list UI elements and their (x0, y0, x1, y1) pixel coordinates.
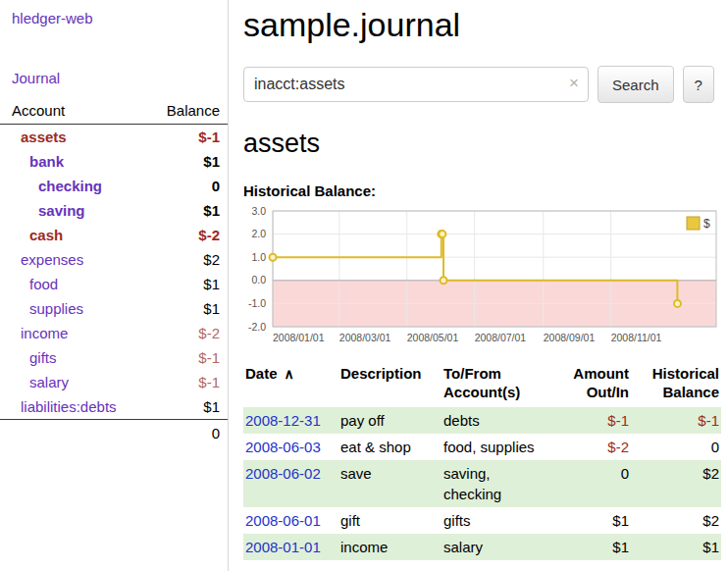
svg-text:1.0: 1.0 (251, 251, 266, 263)
account-balance: $-1 (198, 345, 220, 370)
svg-text:2008/09/01: 2008/09/01 (544, 332, 596, 343)
historical-balance-chart: 3.02.01.00.0-1.0-2.02008/01/012008/03/01… (243, 205, 721, 350)
search-input[interactable] (243, 67, 589, 102)
account-row: assets$-1 (0, 125, 228, 149)
transaction-description: income (338, 534, 442, 560)
account-row: liabilities:debts$1 (0, 394, 228, 419)
account-row: bank$1 (0, 149, 228, 174)
accounts-total-value: 0 (212, 423, 220, 444)
account-link[interactable]: bank (12, 149, 64, 174)
svg-text:-2.0: -2.0 (248, 321, 266, 333)
transaction-amount: $-1 (559, 407, 631, 434)
column-header-amount: Amount Out/In (559, 362, 631, 407)
account-row: expenses$2 (0, 247, 228, 272)
account-link[interactable]: saving (12, 198, 85, 223)
account-link[interactable]: salary (12, 370, 69, 394)
help-button[interactable]: ? (683, 66, 714, 103)
account-row: salary$-1 (0, 370, 228, 394)
transaction-description: eat & shop (338, 434, 442, 460)
register-row: 2008-06-03eat & shopfood, supplies$-20 (243, 434, 721, 460)
register-row: 2008-06-01giftgifts$1$2 (243, 507, 721, 534)
account-link[interactable]: income (12, 321, 68, 345)
column-header-description: Description (338, 362, 442, 407)
clear-search-icon[interactable]: × (569, 75, 579, 91)
register-cell-date: 2008-06-02 (243, 460, 338, 507)
account-link[interactable]: cash (12, 223, 63, 247)
svg-text:2008/01/01: 2008/01/01 (273, 332, 325, 343)
account-link[interactable]: supplies (12, 296, 83, 321)
account-balance: $1 (203, 149, 220, 174)
transaction-historical-balance: 0 (631, 434, 721, 460)
account-row: income$-2 (0, 321, 228, 345)
register-cell-date: 2008-06-03 (243, 434, 338, 460)
account-balance: $1 (203, 272, 220, 296)
account-row: saving$1 (0, 198, 228, 223)
accounts-tree: Account Balance assets$-1bank$1checking0… (0, 100, 228, 444)
account-row: cash$-2 (0, 223, 228, 247)
account-row: gifts$-1 (0, 345, 228, 370)
account-balance: $2 (203, 247, 220, 272)
account-balance: $-2 (198, 321, 220, 345)
accounts-header: Account Balance (0, 100, 228, 125)
account-link[interactable]: expenses (12, 247, 83, 272)
svg-text:2008/03/01: 2008/03/01 (339, 332, 391, 343)
account-balance: $1 (203, 296, 220, 321)
register-header-row: Date∧ Description To/From Account(s) Amo… (243, 362, 721, 407)
transaction-date-link[interactable]: 2008-06-01 (245, 512, 321, 529)
svg-text:2008/11/01: 2008/11/01 (611, 332, 662, 343)
sidebar-item-journal[interactable]: Journal (0, 68, 228, 88)
column-header-date[interactable]: Date∧ (243, 362, 338, 407)
transaction-accounts: salary (442, 534, 559, 560)
accounts-total-row: 0 (0, 419, 228, 444)
register-row: 2008-12-31pay offdebts$-1$-1 (243, 407, 721, 434)
account-link[interactable]: gifts (12, 345, 57, 370)
sidebar: hledger-web Journal Account Balance asse… (0, 0, 228, 444)
main-panel: sample.journal × Search ? assets Histori… (243, 0, 721, 560)
register-table: Date∧ Description To/From Account(s) Amo… (243, 362, 721, 560)
column-header-accounts: To/From Account(s) (442, 362, 559, 407)
transaction-date-link[interactable]: 2008-06-03 (245, 439, 321, 455)
transaction-date-link[interactable]: 2008-06-02 (245, 465, 321, 482)
chart-title: Historical Balance: (243, 182, 721, 199)
journal-title: sample.journal (243, 6, 721, 44)
search-box: × (243, 67, 589, 102)
accounts-header-balance: Balance (167, 102, 220, 119)
svg-text:2.0: 2.0 (251, 228, 266, 239)
account-balance: $1 (203, 198, 220, 223)
transaction-historical-balance: $1 (631, 534, 721, 560)
register-row: 2008-06-02savesaving, checking0$2 (243, 460, 721, 507)
account-balance: 0 (212, 174, 220, 198)
account-balance: $-1 (198, 370, 220, 394)
svg-text:-1.0: -1.0 (248, 297, 266, 309)
sidebar-divider (228, 0, 229, 571)
svg-text:2008/05/01: 2008/05/01 (407, 332, 459, 343)
account-link[interactable]: liabilities:debts (12, 394, 117, 419)
register-row: 2008-01-01incomesalary$1$1 (243, 534, 721, 560)
transaction-description: pay off (338, 407, 442, 434)
app-title-link[interactable]: hledger-web (0, 8, 228, 28)
account-row: supplies$1 (0, 296, 228, 321)
transaction-accounts: saving, checking (442, 460, 559, 507)
search-bar: × Search ? (243, 66, 721, 103)
transaction-amount: $1 (559, 507, 631, 534)
account-row: food$1 (0, 272, 228, 296)
transaction-date-link[interactable]: 2008-12-31 (245, 412, 321, 429)
transaction-description: save (338, 460, 442, 507)
transaction-amount: 0 (559, 460, 631, 507)
account-balance: $-1 (198, 125, 220, 149)
search-button[interactable]: Search (598, 66, 674, 103)
register-cell-date: 2008-06-01 (243, 507, 338, 534)
column-header-balance: Historical Balance (631, 362, 721, 407)
account-link[interactable]: food (12, 272, 58, 296)
account-link[interactable]: checking (12, 174, 102, 198)
account-link[interactable]: assets (12, 125, 67, 149)
transaction-accounts: food, supplies (442, 434, 559, 460)
sort-ascending-icon: ∧ (285, 366, 294, 382)
date-header-label: Date (245, 365, 278, 382)
transaction-historical-balance: $2 (631, 460, 721, 507)
register-cell-date: 2008-01-01 (243, 534, 338, 560)
accounts-rows: assets$-1bank$1checking0saving$1cash$-2e… (0, 125, 228, 419)
transaction-date-link[interactable]: 2008-01-01 (245, 539, 321, 555)
accounts-header-account: Account (12, 102, 65, 119)
transaction-accounts: gifts (442, 507, 559, 534)
